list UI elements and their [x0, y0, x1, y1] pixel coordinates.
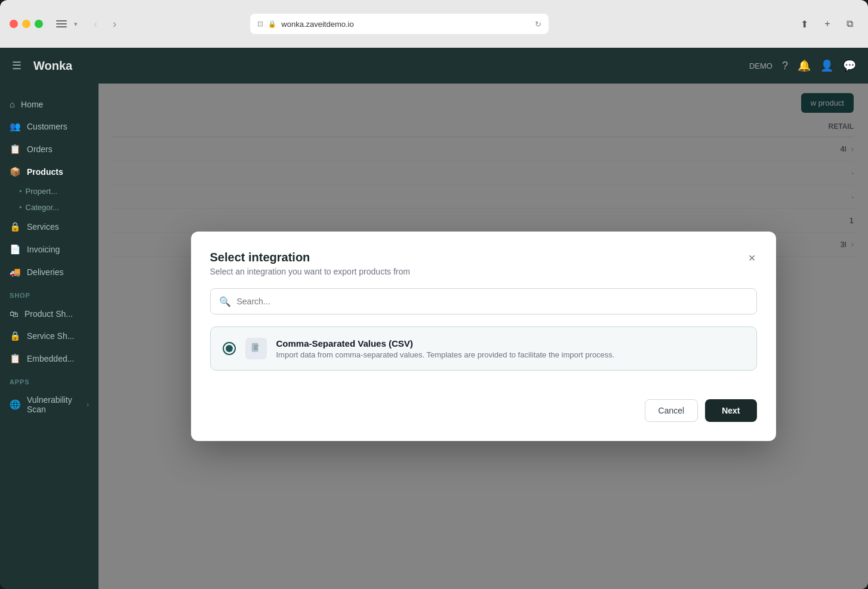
deliveries-icon: 🚚 — [10, 267, 21, 277]
svg-rect-3 — [254, 349, 257, 349]
services-icon: 🔒 — [10, 221, 21, 232]
close-traffic-light[interactable] — [10, 20, 18, 28]
radio-inner — [226, 345, 233, 352]
chat-icon[interactable]: 💬 — [843, 59, 856, 72]
sidebar-item-product-shop-label: Product Sh... — [24, 309, 73, 319]
sidebar: ⌂ Home 👥 Customers 📋 Orders 📦 Products P… — [0, 84, 99, 589]
user-icon[interactable]: 👤 — [820, 59, 833, 72]
integration-item-csv[interactable]: Comma-Separated Values (CSV) Import data… — [210, 326, 757, 371]
sidebar-item-vuln-scan-label: Vulnerability Scan — [27, 395, 81, 414]
select-integration-modal: Select integration Select an integration… — [191, 232, 776, 441]
modal-footer: Cancel Next — [210, 399, 757, 422]
search-box: 🔍 — [210, 288, 757, 314]
sidebar-item-embedded-label: Embedded... — [27, 354, 74, 363]
svg-rect-2 — [254, 347, 257, 347]
sidebar-item-product-shop[interactable]: 🛍 Product Sh... — [0, 303, 99, 325]
apps-section-label: APPS — [0, 370, 99, 389]
reload-icon[interactable]: ↻ — [535, 20, 541, 29]
sidebar-item-products-label: Products — [27, 167, 63, 177]
modal-header: Select integration Select an integration… — [210, 251, 757, 276]
content-area: w product Retail 4l › · · — [99, 84, 868, 589]
chevron-down-icon: ▾ — [74, 20, 78, 28]
notification-icon[interactable]: 🔔 — [798, 59, 811, 72]
back-button[interactable]: ‹ — [87, 16, 104, 32]
url-text: wonka.zaveitdemo.io — [281, 20, 353, 29]
sidebar-item-services[interactable]: 🔒 Services — [0, 215, 99, 238]
modal-backdrop: Select integration Select an integration… — [99, 84, 868, 589]
integration-list: Comma-Separated Values (CSV) Import data… — [210, 326, 757, 371]
sidebar-item-embedded[interactable]: 📋 Embedded... — [0, 347, 99, 370]
csv-file-icon — [245, 338, 267, 359]
csv-integration-desc: Import data from comma-separated values.… — [276, 350, 615, 359]
embedded-icon: 📋 — [10, 353, 21, 364]
sidebar-item-orders-label: Orders — [27, 144, 53, 154]
cancel-button[interactable]: Cancel — [645, 399, 698, 422]
sidebar-item-invoicing[interactable]: 📄 Invoicing — [0, 238, 99, 261]
sidebar-sub-categories[interactable]: Categor... — [0, 199, 99, 215]
sidebar-item-products[interactable]: 📦 Products — [0, 161, 99, 183]
sidebar-item-customers-label: Customers — [27, 122, 67, 131]
new-tab-button[interactable]: + — [819, 16, 836, 32]
customers-icon: 👥 — [10, 121, 21, 132]
csv-integration-name: Comma-Separated Values (CSV) — [276, 338, 615, 349]
sidebar-sub-properties-label: Propert... — [26, 187, 57, 196]
sidebar-item-deliveries-label: Deliveries — [27, 267, 63, 277]
sidebar-item-services-label: Services — [27, 222, 59, 232]
vuln-scan-arrow-icon: › — [87, 400, 89, 409]
sidebar-item-customers[interactable]: 👥 Customers — [0, 115, 99, 138]
invoicing-icon: 📄 — [10, 244, 21, 255]
share-button[interactable]: ⬆ — [796, 16, 813, 32]
csv-radio-button[interactable] — [223, 342, 236, 355]
home-icon: ⌂ — [10, 99, 15, 109]
app-logo: Wonka — [33, 59, 72, 73]
search-input[interactable] — [237, 297, 748, 306]
products-icon: 📦 — [10, 166, 21, 177]
svg-rect-1 — [254, 346, 258, 346]
hamburger-icon[interactable]: ☰ — [12, 59, 21, 72]
sidebar-sub-categories-label: Categor... — [26, 203, 59, 212]
sidebar-item-orders[interactable]: 📋 Orders — [0, 138, 99, 161]
sidebar-item-deliveries[interactable]: 🚚 Deliveries — [0, 261, 99, 283]
next-button[interactable]: Next — [705, 399, 756, 422]
maximize-traffic-light[interactable] — [35, 20, 43, 28]
sidebar-item-service-shop[interactable]: 🔒 Service Sh... — [0, 325, 99, 347]
product-shop-icon: 🛍 — [10, 309, 19, 319]
sidebar-item-service-shop-label: Service Sh... — [27, 331, 74, 341]
page-icon: ⊡ — [257, 20, 263, 28]
csv-integration-info: Comma-Separated Values (CSV) Import data… — [276, 338, 615, 359]
modal-subtitle: Select an integration you want to export… — [210, 267, 410, 276]
search-icon: 🔍 — [219, 296, 231, 307]
sidebar-item-home-label: Home — [21, 100, 43, 109]
minimize-traffic-light[interactable] — [22, 20, 30, 28]
sidebar-toggle-btn[interactable] — [56, 20, 67, 27]
shop-section-label: SHOP — [0, 283, 99, 303]
modal-title: Select integration — [210, 251, 410, 264]
forward-button[interactable]: › — [106, 16, 123, 32]
orders-icon: 📋 — [10, 144, 21, 155]
sidebar-item-vuln-scan[interactable]: 🌐 Vulnerability Scan › — [0, 389, 99, 420]
traffic-lights — [10, 20, 43, 28]
modal-close-button[interactable]: × — [747, 251, 757, 265]
vuln-scan-icon: 🌐 — [10, 399, 21, 410]
sidebar-item-home[interactable]: ⌂ Home — [0, 93, 99, 115]
sidebar-sub-properties[interactable]: Propert... — [0, 183, 99, 199]
lock-icon: 🔒 — [268, 20, 276, 28]
help-icon[interactable]: ? — [782, 60, 788, 72]
demo-label: DEMO — [749, 61, 772, 70]
service-shop-icon: 🔒 — [10, 331, 21, 341]
tab-grid-button[interactable]: ⧉ — [842, 16, 858, 32]
sidebar-item-invoicing-label: Invoicing — [27, 245, 60, 254]
